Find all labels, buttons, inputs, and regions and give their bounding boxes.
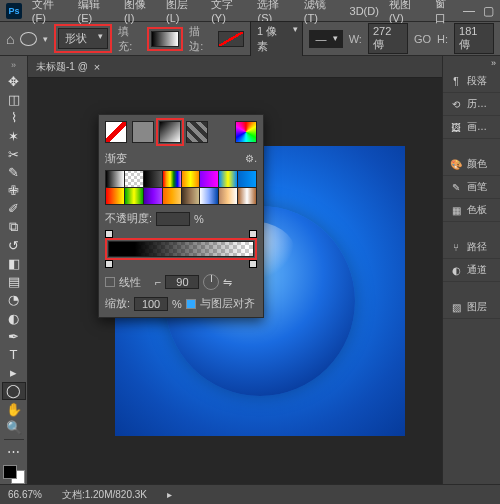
gradient-preset-2[interactable] [144,171,162,187]
menu-3d[interactable]: 3D(D) [346,3,383,19]
tool-dropdown-icon[interactable]: ▾ [43,34,48,44]
menu-layer[interactable]: 图层(L) [162,0,205,26]
gradient-preset-7[interactable] [238,171,256,187]
gradient-preset-4[interactable] [182,171,200,187]
window-minimize-icon[interactable]: — [463,4,475,18]
opacity-unit: % [194,213,204,225]
panel-channels[interactable]: ◐通道 [443,259,500,282]
heal-tool-icon[interactable]: ✙ [2,182,26,199]
path-select-tool-icon[interactable]: ▸ [2,364,26,381]
menu-edit[interactable]: 编辑(E) [74,0,118,26]
menu-file[interactable]: 文件(F) [28,0,72,26]
opacity-field[interactable] [156,212,190,226]
options-bar: ⌂ ▾ 形状 填充: 描边: 1 像素 — W: 272 傳 GO H: 181… [0,22,500,56]
crop-tool-icon[interactable]: ✂ [2,146,26,163]
gradient-preset-3[interactable] [163,171,181,187]
gradient-bar[interactable] [108,241,254,257]
hand-tool-icon[interactable]: ✋ [2,401,26,418]
gradient-preset-1[interactable] [125,171,143,187]
fill-swatch[interactable] [151,31,179,47]
fill-type-pattern[interactable] [186,121,208,143]
opacity-stop-right[interactable] [249,230,257,238]
gradient-preset-8[interactable] [106,188,124,204]
history-brush-tool-icon[interactable]: ↺ [2,237,26,254]
pen-tool-icon[interactable]: ✒ [2,328,26,345]
dodge-tool-icon[interactable]: ◐ [2,309,26,326]
align-layer-checkbox[interactable] [186,299,196,309]
opacity-label: 不透明度: [105,211,152,226]
collapse-panels-icon[interactable]: » [443,56,500,70]
ellipse-tool-icon [20,32,37,46]
fill-type-solid[interactable] [132,121,154,143]
zoom-tool-icon[interactable]: 🔍 [2,419,26,436]
panel-swatches[interactable]: ▦色板 [443,199,500,222]
type-tool-icon[interactable]: T [2,346,26,363]
gear-icon[interactable]: ⚙. [245,153,257,164]
move-tool-icon[interactable]: ✥ [2,73,26,90]
color-stop-left[interactable] [105,260,113,268]
stroke-swatch[interactable] [218,31,244,47]
zoom-level[interactable]: 66.67% [8,489,42,500]
color-stop-right[interactable] [249,260,257,268]
document-info[interactable]: 文档:1.20M/820.3K [62,488,147,502]
gradient-preset-15[interactable] [238,188,256,204]
paths-icon: ⑂ [449,242,463,253]
menu-type[interactable]: 文字(Y) [207,0,251,26]
gradient-preset-0[interactable] [106,171,124,187]
linear-checkbox[interactable] [105,277,115,287]
fill-type-none[interactable] [105,121,127,143]
color-picker-button[interactable] [235,121,257,143]
lasso-tool-icon[interactable]: ⌇ [2,109,26,126]
collapse-tools-icon[interactable]: » [11,60,16,70]
edit-toolbar-icon[interactable]: ⋯ [2,443,26,460]
gradient-preset-9[interactable] [125,188,143,204]
canvas-icon: 🖼 [449,122,463,133]
fill-type-gradient[interactable] [159,121,181,143]
panel-color[interactable]: 🎨颜色 [443,153,500,176]
height-field[interactable]: 181 傳 [454,23,494,54]
docinfo-dropdown-icon[interactable]: ▸ [167,489,172,500]
panel-paragraph[interactable]: ¶段落 [443,70,500,93]
panel-layers[interactable]: ▧图层 [443,296,500,319]
shape-mode-dropdown[interactable]: 形状 [58,28,108,49]
color-swatches[interactable] [3,465,25,484]
scale-field[interactable]: 100 [134,297,168,311]
color-icon: 🎨 [449,159,463,170]
panel-brushes[interactable]: ✎画笔 [443,176,500,199]
menu-image[interactable]: 图像(I) [120,0,160,26]
gradient-preset-10[interactable] [144,188,162,204]
angle-dial[interactable] [203,274,219,290]
link-wh-icon[interactable]: GO [414,33,431,45]
gradient-tool-icon[interactable]: ▤ [2,273,26,290]
angle-field[interactable]: 90 [165,275,199,289]
foreground-color-swatch[interactable] [3,465,17,479]
opacity-stop-left[interactable] [105,230,113,238]
blur-tool-icon[interactable]: ◔ [2,291,26,308]
brush-tool-icon[interactable]: ✐ [2,200,26,217]
window-maximize-icon[interactable]: ▢ [483,4,494,18]
eyedropper-tool-icon[interactable]: ✎ [2,164,26,181]
gradient-preset-12[interactable] [182,188,200,204]
stamp-tool-icon[interactable]: ⧉ [2,219,26,236]
panel-canvas[interactable]: 🖼画… [443,116,500,139]
panel-history[interactable]: ⟲历… [443,93,500,116]
gradient-preset-14[interactable] [219,188,237,204]
gradient-preset-6[interactable] [219,171,237,187]
paragraph-icon: ¶ [449,76,463,87]
marquee-tool-icon[interactable]: ◫ [2,91,26,108]
home-icon[interactable]: ⌂ [6,31,14,47]
panel-paths[interactable]: ⑂路径 [443,236,500,259]
document-tab[interactable]: 未标题-1 @ × [28,56,442,78]
close-tab-icon[interactable]: × [94,61,100,73]
menu-filter[interactable]: 滤镜(T) [300,0,344,26]
stroke-width-field[interactable]: 1 像素 [250,21,303,57]
stroke-style-dropdown[interactable]: — [309,30,343,48]
gradient-preset-5[interactable] [200,171,218,187]
gradient-preset-11[interactable] [163,188,181,204]
eraser-tool-icon[interactable]: ◧ [2,255,26,272]
width-field[interactable]: 272 傳 [368,23,408,54]
ellipse-shape-tool-icon[interactable]: ◯ [2,382,26,399]
quick-select-tool-icon[interactable]: ✶ [2,128,26,145]
reverse-gradient-icon[interactable]: ⇋ [223,276,232,289]
gradient-preset-13[interactable] [200,188,218,204]
